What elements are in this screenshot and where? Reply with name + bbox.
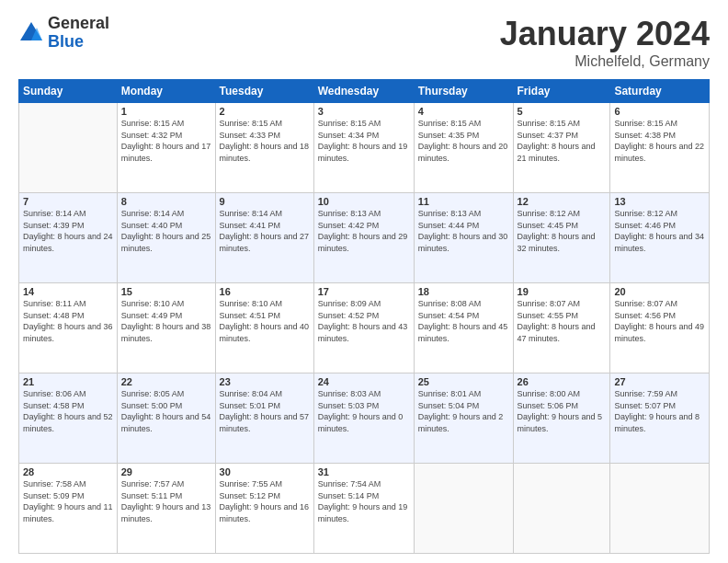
day-info: Sunrise: 8:06 AMSunset: 4:58 PMDaylight:… (23, 388, 113, 434)
calendar-day-cell: 8Sunrise: 8:14 AMSunset: 4:40 PMDaylight… (117, 193, 215, 283)
calendar-week-row: 7Sunrise: 8:14 AMSunset: 4:39 PMDaylight… (19, 193, 710, 283)
day-number: 3 (318, 106, 410, 117)
day-info: Sunrise: 8:15 AMSunset: 4:32 PMDaylight:… (121, 118, 211, 164)
weekday-header-cell: Friday (513, 80, 610, 103)
day-number: 25 (418, 376, 509, 387)
day-info: Sunrise: 8:15 AMSunset: 4:38 PMDaylight:… (614, 118, 705, 164)
logo-text: General Blue (48, 15, 109, 52)
day-number: 15 (121, 286, 211, 297)
day-info: Sunrise: 8:07 AMSunset: 4:56 PMDaylight:… (614, 298, 705, 344)
calendar-day-cell: 29Sunrise: 7:57 AMSunset: 5:11 PMDayligh… (117, 464, 215, 554)
calendar-day-cell: 24Sunrise: 8:03 AMSunset: 5:03 PMDayligh… (313, 373, 414, 464)
weekday-header-cell: Tuesday (215, 80, 313, 103)
day-info: Sunrise: 7:55 AMSunset: 5:12 PMDaylight:… (220, 478, 310, 524)
calendar-day-cell: 1Sunrise: 8:15 AMSunset: 4:32 PMDaylight… (117, 103, 215, 193)
weekday-header-cell: Monday (117, 80, 215, 103)
calendar-day-cell (610, 464, 710, 554)
day-number: 21 (23, 376, 113, 387)
weekday-header-cell: Saturday (610, 80, 710, 103)
calendar-day-cell (414, 464, 513, 554)
day-number: 18 (418, 286, 509, 297)
day-info: Sunrise: 8:13 AMSunset: 4:44 PMDaylight:… (418, 208, 509, 254)
day-info: Sunrise: 8:14 AMSunset: 4:41 PMDaylight:… (220, 208, 310, 254)
calendar-week-row: 14Sunrise: 8:11 AMSunset: 4:48 PMDayligh… (19, 283, 710, 373)
month-title: January 2024 (500, 15, 710, 53)
logo-general: General (48, 15, 109, 33)
calendar-day-cell: 31Sunrise: 7:54 AMSunset: 5:14 PMDayligh… (313, 464, 414, 554)
calendar-week-row: 1Sunrise: 8:15 AMSunset: 4:32 PMDaylight… (19, 103, 710, 193)
day-number: 29 (121, 466, 211, 477)
calendar-week-row: 21Sunrise: 8:06 AMSunset: 4:58 PMDayligh… (19, 373, 710, 464)
calendar-day-cell: 10Sunrise: 8:13 AMSunset: 4:42 PMDayligh… (313, 193, 414, 283)
day-info: Sunrise: 8:07 AMSunset: 4:55 PMDaylight:… (518, 298, 607, 344)
calendar-day-cell: 14Sunrise: 8:11 AMSunset: 4:48 PMDayligh… (19, 283, 118, 373)
calendar-day-cell: 4Sunrise: 8:15 AMSunset: 4:35 PMDaylight… (414, 103, 513, 193)
day-number: 26 (518, 376, 607, 387)
calendar-day-cell: 18Sunrise: 8:08 AMSunset: 4:54 PMDayligh… (414, 283, 513, 373)
calendar-day-cell: 11Sunrise: 8:13 AMSunset: 4:44 PMDayligh… (414, 193, 513, 283)
day-info: Sunrise: 8:11 AMSunset: 4:48 PMDaylight:… (23, 298, 113, 344)
day-number: 11 (418, 196, 509, 207)
calendar-day-cell: 26Sunrise: 8:00 AMSunset: 5:06 PMDayligh… (513, 373, 610, 464)
day-info: Sunrise: 8:15 AMSunset: 4:34 PMDaylight:… (318, 118, 410, 164)
day-number: 16 (220, 286, 310, 297)
location: Michelfeld, Germany (500, 53, 710, 70)
day-number: 30 (220, 466, 310, 477)
day-number: 23 (220, 376, 310, 387)
calendar-body: 1Sunrise: 8:15 AMSunset: 4:32 PMDaylight… (19, 103, 710, 554)
day-info: Sunrise: 8:09 AMSunset: 4:52 PMDaylight:… (318, 298, 410, 344)
day-number: 27 (614, 376, 705, 387)
day-number: 2 (220, 106, 310, 117)
day-number: 19 (518, 286, 607, 297)
calendar-day-cell: 16Sunrise: 8:10 AMSunset: 4:51 PMDayligh… (215, 283, 313, 373)
day-info: Sunrise: 8:10 AMSunset: 4:49 PMDaylight:… (121, 298, 211, 344)
logo-blue: Blue (48, 33, 109, 52)
day-number: 28 (23, 466, 113, 477)
day-number: 5 (518, 106, 607, 117)
calendar-day-cell: 12Sunrise: 8:12 AMSunset: 4:45 PMDayligh… (513, 193, 610, 283)
calendar-day-cell: 2Sunrise: 8:15 AMSunset: 4:33 PMDaylight… (215, 103, 313, 193)
page: General Blue January 2024 Michelfeld, Ge… (0, 0, 728, 563)
calendar-day-cell: 7Sunrise: 8:14 AMSunset: 4:39 PMDaylight… (19, 193, 118, 283)
day-number: 13 (614, 196, 705, 207)
calendar-day-cell: 6Sunrise: 8:15 AMSunset: 4:38 PMDaylight… (610, 103, 710, 193)
calendar-day-cell: 20Sunrise: 8:07 AMSunset: 4:56 PMDayligh… (610, 283, 710, 373)
day-info: Sunrise: 8:03 AMSunset: 5:03 PMDaylight:… (318, 388, 410, 434)
calendar-day-cell: 17Sunrise: 8:09 AMSunset: 4:52 PMDayligh… (313, 283, 414, 373)
day-info: Sunrise: 8:10 AMSunset: 4:51 PMDaylight:… (220, 298, 310, 344)
weekday-header-cell: Sunday (19, 80, 118, 103)
day-number: 17 (318, 286, 410, 297)
weekday-header-cell: Thursday (414, 80, 513, 103)
day-number: 1 (121, 106, 211, 117)
day-info: Sunrise: 8:00 AMSunset: 5:06 PMDaylight:… (518, 388, 607, 434)
day-number: 20 (614, 286, 705, 297)
day-number: 24 (318, 376, 410, 387)
header: General Blue January 2024 Michelfeld, Ge… (18, 15, 710, 70)
calendar-day-cell: 22Sunrise: 8:05 AMSunset: 5:00 PMDayligh… (117, 373, 215, 464)
day-number: 31 (318, 466, 410, 477)
day-info: Sunrise: 8:05 AMSunset: 5:00 PMDaylight:… (121, 388, 211, 434)
calendar-table: SundayMondayTuesdayWednesdayThursdayFrid… (18, 79, 710, 554)
day-number: 9 (220, 196, 310, 207)
day-info: Sunrise: 8:15 AMSunset: 4:37 PMDaylight:… (518, 118, 607, 164)
calendar-day-cell: 23Sunrise: 8:04 AMSunset: 5:01 PMDayligh… (215, 373, 313, 464)
day-number: 10 (318, 196, 410, 207)
day-number: 4 (418, 106, 509, 117)
calendar-day-cell: 27Sunrise: 7:59 AMSunset: 5:07 PMDayligh… (610, 373, 710, 464)
day-number: 14 (23, 286, 113, 297)
day-info: Sunrise: 8:15 AMSunset: 4:33 PMDaylight:… (220, 118, 310, 164)
day-info: Sunrise: 8:15 AMSunset: 4:35 PMDaylight:… (418, 118, 509, 164)
day-info: Sunrise: 7:58 AMSunset: 5:09 PMDaylight:… (23, 478, 113, 524)
day-number: 6 (614, 106, 705, 117)
day-info: Sunrise: 7:57 AMSunset: 5:11 PMDaylight:… (121, 478, 211, 524)
logo-icon (18, 20, 44, 46)
day-number: 8 (121, 196, 211, 207)
day-info: Sunrise: 8:14 AMSunset: 4:39 PMDaylight:… (23, 208, 113, 254)
calendar-day-cell: 25Sunrise: 8:01 AMSunset: 5:04 PMDayligh… (414, 373, 513, 464)
day-info: Sunrise: 8:14 AMSunset: 4:40 PMDaylight:… (121, 208, 211, 254)
day-number: 22 (121, 376, 211, 387)
calendar-day-cell: 9Sunrise: 8:14 AMSunset: 4:41 PMDaylight… (215, 193, 313, 283)
day-info: Sunrise: 8:13 AMSunset: 4:42 PMDaylight:… (318, 208, 410, 254)
calendar-week-row: 28Sunrise: 7:58 AMSunset: 5:09 PMDayligh… (19, 464, 710, 554)
title-block: January 2024 Michelfeld, Germany (500, 15, 710, 70)
